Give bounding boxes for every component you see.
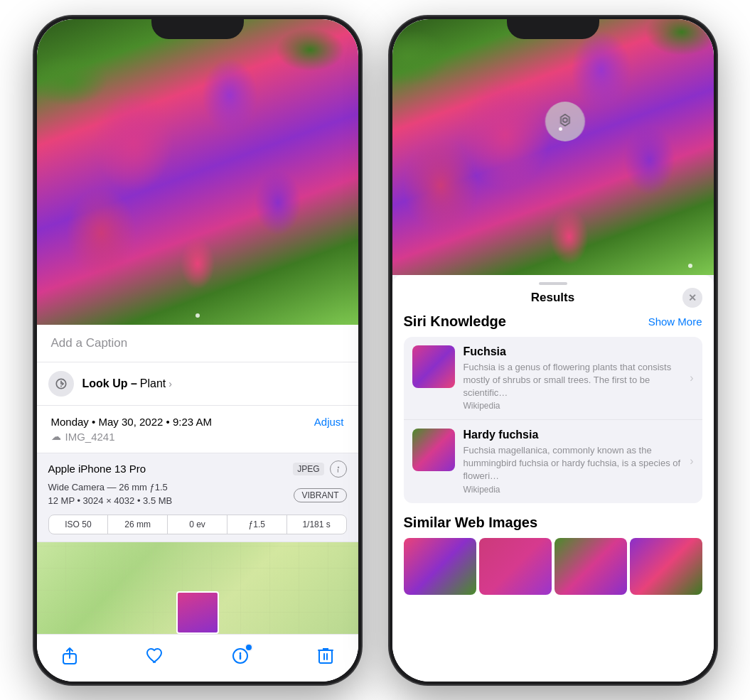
map-section[interactable] [37,542,358,634]
info-badge [245,643,253,652]
camera-model: Apple iPhone 13 Pro [48,463,146,475]
similar-title: Similar Web Images [404,515,702,531]
phone-notch-right [507,16,599,39]
svg-point-4 [562,118,567,122]
sheet-handle[interactable] [539,282,567,285]
exif-aperture: ƒ1.5 [227,515,287,534]
similar-section: Similar Web Images [404,515,702,595]
fuchsia-chevron-icon: › [690,372,693,384]
share-button[interactable] [58,645,81,667]
lookup-chevron-icon: › [168,378,172,389]
svg-rect-3 [319,650,332,663]
svg-point-0 [337,466,338,468]
similar-image-1[interactable] [404,538,476,595]
lookup-light: Plant [140,377,166,390]
fuchsia-name: Fuchsia [464,345,694,358]
siri-knowledge-title: Siri Knowledge [404,313,506,330]
camera-details: Wide Camera — 26 mm ƒ1.5 [48,482,173,492]
results-sheet: Results ✕ Siri Knowledge Show More [392,275,714,682]
right-phone: Results ✕ Siri Knowledge Show More [390,16,717,684]
caption-placeholder[interactable]: Add a Caption [51,336,128,350]
camera-section: Apple iPhone 13 Pro JPEG Wide Camera — 2… [37,453,358,542]
fuchsia-thumbnail [412,345,455,388]
similar-images-row [404,538,702,595]
hardy-fuchsia-text: Hardy fuchsia Fuchsia magellanica, commo… [464,429,694,495]
hardy-fuchsia-name: Hardy fuchsia [464,429,694,441]
similar-image-4[interactable] [630,538,702,595]
image-page-indicator [195,313,200,318]
fuchsia-desc: Fuchsia is a genus of flowering plants t… [464,361,694,400]
favorite-button[interactable] [144,645,166,667]
left-phone-screen: Add a Caption Look Up – Plant › [37,19,358,682]
caption-area[interactable]: Add a Caption [37,325,358,362]
jpeg-badge: JPEG [293,463,323,475]
map-thumbnail [176,591,219,634]
flower-photo-left[interactable] [37,19,358,325]
results-content: Siri Knowledge Show More Fuchsia Fuchsia… [392,313,714,682]
results-header: Results ✕ [392,291,714,313]
hardy-fuchsia-source: Wikipedia [464,485,694,495]
fuchsia-item[interactable]: Fuchsia Fuchsia is a genus of flowering … [404,337,702,421]
knowledge-card: Fuchsia Fuchsia is a genus of flowering … [404,337,702,503]
right-phone-screen: Results ✕ Siri Knowledge Show More [392,19,714,682]
flower-photo-right[interactable] [392,19,714,275]
show-more-button[interactable]: Show More [648,316,702,328]
cloud-icon: ☁ [51,431,61,442]
exif-row: ISO 50 26 mm 0 ev ƒ1.5 1/181 s [48,515,347,534]
similar-image-2[interactable] [479,538,552,595]
hardy-fuchsia-chevron-icon: › [690,455,693,468]
image-page-indicator-right [688,264,692,268]
exif-ev: 0 ev [168,515,227,534]
exif-focal: 26 mm [108,515,168,534]
lookup-label[interactable]: Look Up – Plant › [82,377,172,390]
similar-image-3[interactable] [555,538,627,595]
close-button[interactable]: ✕ [682,288,702,308]
lookup-dot [559,127,562,131]
vibrant-badge: VIBRANT [294,488,346,502]
info-button[interactable] [229,645,252,667]
exif-shutter: 1/181 s [287,515,346,534]
hardy-fuchsia-thumbnail [412,429,455,471]
photo-date: Monday • May 30, 2022 • 9:23 AM [51,416,212,428]
fuchsia-source: Wikipedia [464,401,694,411]
left-phone: Add a Caption Look Up – Plant › [34,16,361,684]
phone-notch-left [151,16,244,39]
fuchsia-text: Fuchsia Fuchsia is a genus of flowering … [464,345,694,411]
adjust-button[interactable]: Adjust [314,416,344,428]
siri-section-header: Siri Knowledge Show More [404,313,702,330]
lookup-section[interactable]: Look Up – Plant › [37,362,358,406]
hardy-fuchsia-item[interactable]: Hardy fuchsia Fuchsia magellanica, commo… [404,420,702,503]
exif-iso: ISO 50 [49,515,109,534]
visual-lookup-icon [48,371,74,397]
lookup-bold: Look Up – [82,377,137,390]
results-title: Results [531,291,574,305]
camera-info-icon[interactable] [330,461,347,478]
hardy-fuchsia-desc: Fuchsia magellanica, commonly known as t… [464,444,694,483]
home-indicator-left [155,674,240,677]
home-indicator-right [510,674,596,677]
metadata-section: Monday • May 30, 2022 • 9:23 AM Adjust ☁… [37,406,358,453]
close-icon: ✕ [688,292,697,303]
filename: IMG_4241 [65,431,115,443]
resolution: 12 MP • 3024 × 4032 • 3.5 MB [48,495,173,506]
visual-lookup-button[interactable] [545,102,584,141]
delete-button[interactable] [314,645,337,667]
